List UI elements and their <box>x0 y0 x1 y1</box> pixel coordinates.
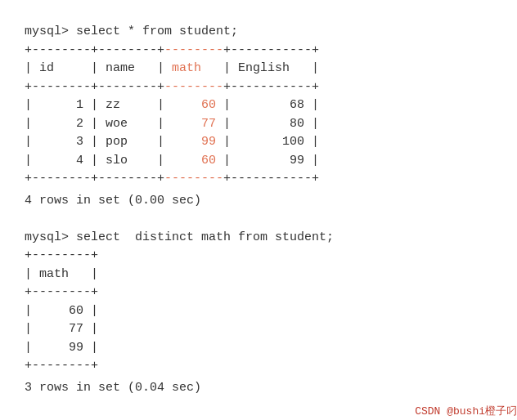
table2-sep-top: +--------+ <box>25 247 515 266</box>
table2-row-1: | 60 | <box>25 302 515 321</box>
table2-sep-mid: +--------+ <box>25 284 515 302</box>
table1-row-3: | 3 | pop | 99 | 100 | <box>25 133 515 152</box>
blank-1 <box>25 210 515 229</box>
table1-row-1: | 1 | zz | 60 | 68 | <box>25 96 515 115</box>
table1-sep-bottom: +--------+--------+--------+-----------+ <box>25 170 515 189</box>
table2-row-2: | 77 | <box>25 320 515 339</box>
prompt-line-2: mysql> select distinct math from student… <box>25 229 515 248</box>
table1-sep-mid: +--------+--------+--------+-----------+ <box>25 78 515 97</box>
watermark: CSDN @bushi橙子叼 <box>415 404 517 418</box>
table1-sep-top: +--------+--------+--------+-----------+ <box>25 42 515 60</box>
table2-header: | math | <box>25 266 515 284</box>
table1-row-4: | 4 | slo | 60 | 99 | <box>25 152 515 171</box>
table2-sep-bottom: +--------+ <box>25 357 515 376</box>
prompt-line-1: mysql> select * from student; <box>25 23 515 42</box>
terminal-container: mysql> select * from student; +--------+… <box>11 8 517 420</box>
table1-row-2: | 2 | woe | 77 | 80 | <box>25 115 515 134</box>
table2-row-3: | 99 | <box>25 339 515 358</box>
table1-header: | id | name | math | English | <box>25 60 515 78</box>
row-count-2: 3 rows in set (0.04 sec) <box>25 379 515 398</box>
row-count-1: 4 rows in set (0.00 sec) <box>25 192 515 211</box>
terminal-output: mysql> select * from student; +--------+… <box>25 16 515 404</box>
